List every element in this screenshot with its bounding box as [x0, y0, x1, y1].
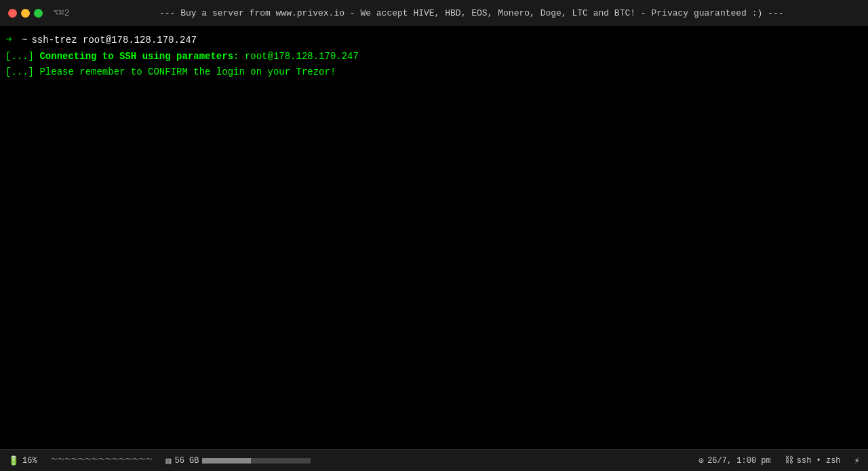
to-ssh-text: to SSH: [96, 50, 142, 64]
bracket-prefix-2: [...]: [5, 65, 39, 79]
memory-status: ▤ 56 GB: [166, 455, 311, 466]
status-bar: 🔋 16% 〜〜〜〜〜〜〜〜〜〜〜〜〜〜〜 ▤ 56 GB ⊙ 26/7, 1:…: [0, 449, 868, 471]
terminal-line-2: [...] Connecting to SSH using parameters…: [0, 49, 868, 64]
datetime-text: 26/7, 1:00 pm: [707, 456, 771, 466]
minimize-button[interactable]: [21, 9, 30, 18]
trezor-confirm-text: Please remember to CONFIRM the login on …: [39, 65, 336, 79]
connecting-text: Connecting: [39, 50, 96, 64]
datetime-status: ⊙ 26/7, 1:00 pm: [698, 455, 770, 466]
battery-percent: 16%: [22, 456, 37, 466]
close-button[interactable]: [8, 9, 17, 18]
battery-icon: 🔋: [8, 455, 19, 466]
using-params-text: using parameters:: [142, 50, 239, 64]
title-bar: ⌥⌘2 --- Buy a server from www.privex.io …: [0, 0, 868, 26]
prompt-arrow: ➜: [5, 32, 12, 48]
memory-bar-fill: [202, 458, 251, 464]
title-text: --- Buy a server from www.privex.io - We…: [83, 8, 860, 18]
terminal-line-3: [...] Please remember to CONFIRM the log…: [0, 64, 868, 80]
memory-icon: ▤: [166, 455, 172, 466]
lightning-status: ⚡: [854, 455, 860, 466]
lightning-icon: ⚡: [854, 455, 860, 466]
terminal-line-1: ➜ ~ ssh-trez root@178.128.170.247: [0, 31, 868, 49]
battery-wave-container: 〜〜〜〜〜〜〜〜〜〜〜〜〜〜〜: [51, 456, 153, 466]
traffic-lights: [8, 9, 43, 18]
terminal-area[interactable]: ➜ ~ ssh-trez root@178.128.170.247 [...] …: [0, 26, 868, 449]
session-status: ⛓ ssh • zsh: [785, 455, 841, 466]
bracket-prefix-1: [...]: [5, 50, 39, 64]
network-icon: ⛓: [785, 455, 793, 466]
command-line: ssh-trez root@178.128.170.247: [31, 33, 197, 48]
memory-label: 56 GB: [174, 456, 199, 466]
prompt-tilde: ~: [16, 33, 28, 48]
maximize-button[interactable]: [34, 9, 43, 18]
memory-bar: [202, 458, 311, 464]
clock-icon: ⊙: [698, 455, 704, 466]
param-value: root@178.128.170.247: [239, 50, 358, 64]
session-text: ssh • zsh: [797, 456, 841, 466]
battery-wave-icon: 〜〜〜〜〜〜〜〜〜〜〜〜〜〜〜: [51, 455, 153, 464]
keyboard-shortcut: ⌥⌘2: [54, 7, 69, 18]
battery-status: 🔋 16%: [8, 455, 37, 466]
status-bar-right: ⊙ 26/7, 1:00 pm ⛓ ssh • zsh ⚡: [698, 455, 860, 466]
